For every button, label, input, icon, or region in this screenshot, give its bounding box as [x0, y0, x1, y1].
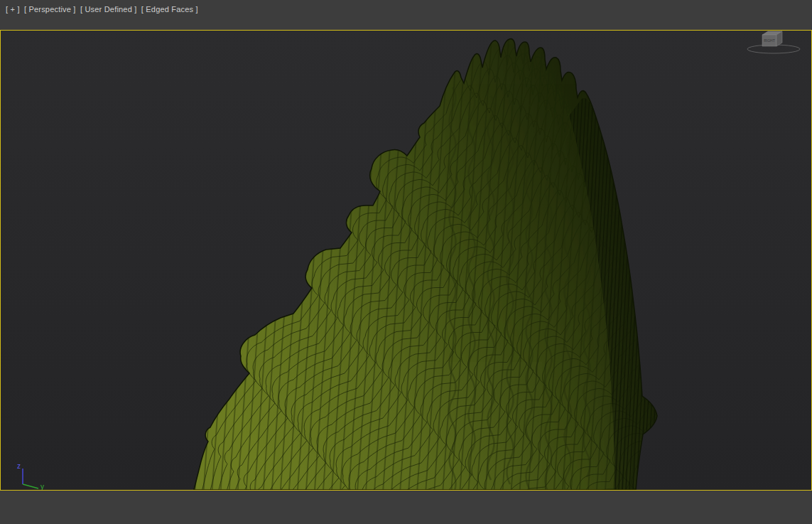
axis-tripod: z y: [17, 462, 44, 490]
viewport-pov-menu[interactable]: [ Perspective ]: [24, 5, 76, 14]
viewcube[interactable]: RIGHT: [747, 31, 800, 53]
model-mesh[interactable]: [1, 31, 811, 490]
bottom-ui-strip: [0, 491, 812, 524]
viewport-lighting-menu[interactable]: [ User Defined ]: [80, 5, 137, 14]
rim-shading: [1, 31, 811, 490]
3dsmax-window: [ + ] [ Perspective ] [ User Defined ] […: [0, 0, 812, 524]
viewport-general-menu[interactable]: [ + ]: [6, 5, 20, 14]
viewport-shading-menu[interactable]: [ Edged Faces ]: [141, 5, 198, 14]
perspective-viewport[interactable]: RIGHT z y: [0, 30, 812, 491]
axis-y-label: y: [40, 483, 44, 490]
top-ui-strip: [ + ] [ Perspective ] [ User Defined ] […: [0, 0, 812, 30]
viewport-label-bar: [ + ] [ Perspective ] [ User Defined ] […: [6, 5, 200, 14]
scene-canvas[interactable]: RIGHT z y: [1, 31, 811, 490]
viewcube-face-label: RIGHT: [764, 38, 775, 43]
axis-y-line: [23, 484, 38, 488]
axis-z-label: z: [17, 462, 21, 470]
